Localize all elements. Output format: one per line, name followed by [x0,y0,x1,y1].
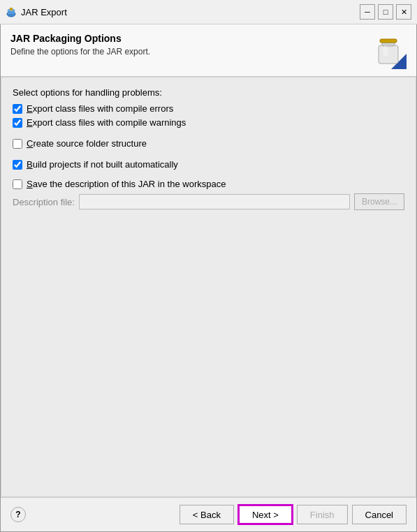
section-label: Select options for handling problems: [13,87,404,98]
compile-errors-row: Export class files with compile errors [13,103,404,114]
description-row: Description file: Browse... [13,193,404,210]
svg-rect-7 [380,39,397,43]
cancel-button[interactable]: Cancel [352,505,407,524]
save-description-row: Save the description of this JAR in the … [13,179,404,189]
back-button[interactable]: < Back [180,505,234,524]
header-section: JAR Packaging Options Define the options… [1,24,416,77]
header-title: JAR Packaging Options [10,33,370,44]
minimize-button[interactable]: ─ [360,4,375,20]
close-button[interactable]: ✕ [396,4,411,20]
header-text: JAR Packaging Options Define the options… [10,33,370,57]
save-description-checkbox[interactable] [13,179,22,189]
window-title: JAR Export [21,7,360,17]
build-projects-row: Build projects if not built automaticall… [13,159,404,170]
content-section: Select options for handling problems: Ex… [1,77,416,497]
header-subtitle: Define the options for the JAR export. [10,47,370,57]
dialog-body: JAR Packaging Options Define the options… [0,24,417,532]
title-bar: JAR Export ─ □ ✕ [0,0,417,24]
source-folder-checkbox[interactable] [13,139,22,149]
browse-button[interactable]: Browse... [354,193,404,210]
svg-rect-5 [379,45,398,64]
compile-warnings-row: Export class files with compile warnings [13,117,404,128]
compile-warnings-label[interactable]: Export class files with compile warnings [27,117,186,128]
source-folder-label[interactable]: Create source folder structure [27,138,147,149]
description-file-input[interactable] [79,194,350,209]
jar-icon [370,33,407,69]
footer-section: ? < Back Next > Finish Cancel [1,497,416,531]
source-folder-row: Create source folder structure [13,138,404,149]
finish-button[interactable]: Finish [297,505,348,524]
build-projects-checkbox[interactable] [13,160,22,170]
save-description-label[interactable]: Save the description of this JAR in the … [27,179,226,189]
maximize-button[interactable]: □ [378,4,393,20]
description-file-label: Description file: [13,197,75,207]
window-controls: ─ □ ✕ [360,4,411,20]
svg-rect-3 [10,8,13,10]
next-button[interactable]: Next > [238,505,293,524]
window-icon [6,6,17,17]
build-projects-label[interactable]: Build projects if not built automaticall… [27,159,178,170]
help-button[interactable]: ? [10,507,26,522]
compile-errors-label[interactable]: Export class files with compile errors [27,103,173,114]
compile-warnings-checkbox[interactable] [13,118,22,128]
svg-point-8 [383,45,388,57]
compile-errors-checkbox[interactable] [13,104,22,114]
